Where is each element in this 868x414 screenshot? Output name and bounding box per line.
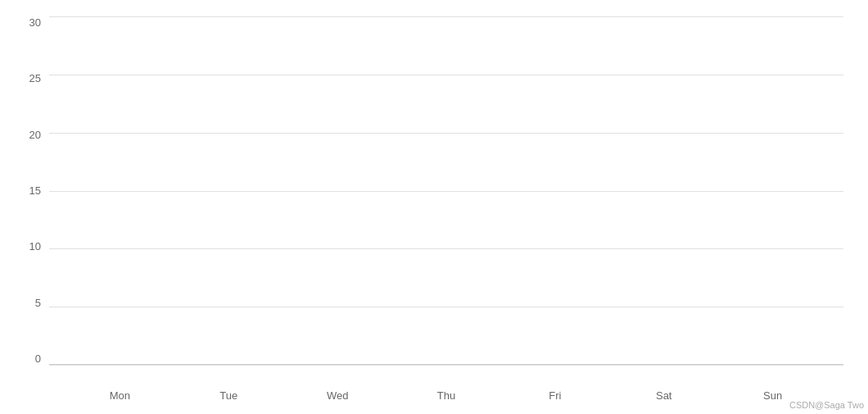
x-label-thu: Thu [392,389,501,402]
x-label-mon: Mon [66,389,174,402]
chart-container: 30 25 20 15 10 5 0 MonTueWedThuFriSatSun… [0,0,868,414]
axis-line [49,364,843,365]
x-label-wed: Wed [283,389,392,402]
bars-wrapper [49,16,843,365]
y-label-0: 0 [8,353,41,365]
y-label-10: 10 [8,240,41,252]
y-label-5: 5 [8,297,41,309]
y-label-25: 25 [8,72,41,84]
x-label-fri: Fri [500,389,609,402]
x-labels: MonTueWedThuFriSatSun [49,389,843,402]
y-label-20: 20 [8,129,41,141]
watermark: CSDN@Saga Two [789,400,864,410]
chart-area: 30 25 20 15 10 5 0 MonTueWedThuFriSatSun [49,16,843,365]
x-label-tue: Tue [174,389,283,402]
y-label-30: 30 [8,16,41,29]
y-label-15: 15 [8,184,41,197]
y-axis-labels: 30 25 20 15 10 5 0 [8,16,41,365]
x-label-sat: Sat [609,389,718,402]
gridline-0 [49,365,843,366]
